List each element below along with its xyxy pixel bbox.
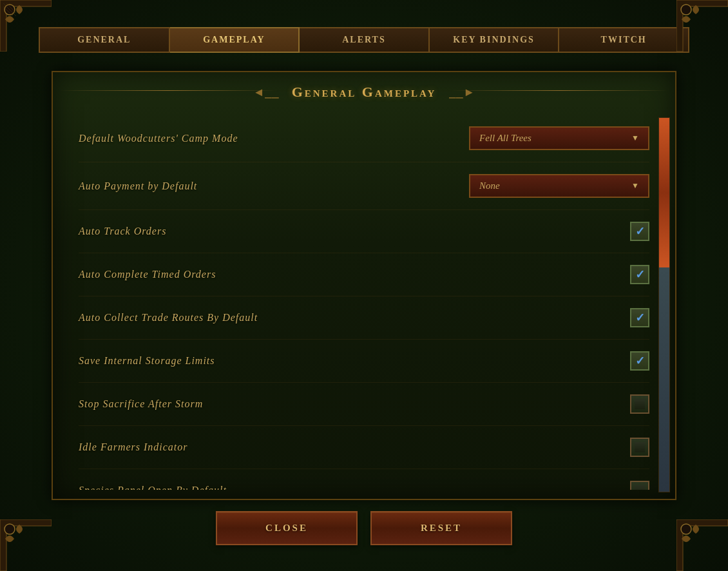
checkbox-auto-track-orders[interactable]: ✓ (630, 222, 649, 241)
corner-decoration-br (676, 519, 728, 571)
panel-content: Default Woodcutters' Camp Mode Fell All … (53, 108, 675, 490)
tab-gameplay[interactable]: Gameplay (170, 27, 300, 53)
checkbox-stop-sacrifice[interactable] (630, 394, 649, 414)
bottom-bar: Close Reset (216, 511, 512, 545)
header-arrow-right: ⎯⎯► (449, 86, 475, 99)
setting-label-stop-sacrifice: Stop Sacrifice After Storm (79, 398, 203, 410)
tab-general[interactable]: General (39, 27, 170, 53)
tab-key-bindings[interactable]: Key Bindings (430, 27, 560, 53)
setting-label-species-panel: Species Panel Open By Default (79, 485, 227, 490)
setting-label-auto-collect-trade: Auto Collect Trade Routes By Default (79, 312, 258, 324)
tab-bar: General Gameplay Alerts Key Bindings Twi… (39, 27, 689, 53)
corner-decoration-bl (0, 519, 52, 571)
dropdown-woodcutters-value: Fell All Trees (479, 133, 625, 144)
checkbox-idle-farmers[interactable] (630, 438, 649, 457)
panel-title: General Gameplay (292, 84, 437, 101)
checkbox-empty-idle-farmers (635, 442, 645, 452)
dropdown-auto-payment[interactable]: None ▼ (469, 174, 649, 198)
svg-point-2 (5, 524, 15, 534)
setting-row-idle-farmers: Idle Farmers Indicator (79, 426, 649, 469)
svg-point-1 (681, 5, 691, 15)
checkbox-empty-species-panel (635, 485, 645, 490)
setting-row-auto-track-orders: Auto Track Orders ✓ (79, 210, 649, 253)
corner-decoration-tl (0, 0, 52, 52)
tab-twitch[interactable]: Twitch (559, 27, 689, 53)
header-arrow-left: ◄⎯⎯ (253, 86, 279, 99)
setting-row-auto-collect-trade: Auto Collect Trade Routes By Default ✓ (79, 296, 649, 340)
checkmark-auto-collect-trade: ✓ (635, 311, 645, 325)
corner-decoration-tr (676, 0, 728, 52)
setting-row-auto-complete-timed: Auto Complete Timed Orders ✓ (79, 253, 649, 296)
checkbox-empty-stop-sacrifice (635, 399, 645, 409)
dropdown-auto-payment-value: None (479, 180, 625, 191)
setting-label-save-storage: Save Internal Storage Limits (79, 355, 215, 367)
dropdown-auto-payment-arrow: ▼ (631, 181, 639, 191)
checkbox-auto-collect-trade[interactable]: ✓ (630, 308, 649, 327)
setting-label-idle-farmers: Idle Farmers Indicator (79, 441, 188, 453)
panel-header: ◄⎯⎯ General Gameplay ⎯⎯► (53, 72, 675, 108)
checkbox-auto-complete-timed[interactable]: ✓ (630, 265, 649, 284)
setting-label-woodcutters-mode: Default Woodcutters' Camp Mode (79, 133, 238, 144)
setting-row-woodcutters-mode: Default Woodcutters' Camp Mode Fell All … (79, 115, 649, 162)
setting-row-auto-payment: Auto Payment by Default None ▼ (79, 162, 649, 210)
svg-point-3 (681, 524, 691, 534)
close-button[interactable]: Close (216, 511, 358, 545)
setting-label-auto-complete-timed: Auto Complete Timed Orders (79, 269, 216, 280)
setting-label-auto-track-orders: Auto Track Orders (79, 226, 166, 237)
main-panel: ◄⎯⎯ General Gameplay ⎯⎯► Default Woodcut… (52, 71, 676, 500)
setting-row-species-panel: Species Panel Open By Default (79, 469, 649, 490)
dropdown-woodcutters-mode[interactable]: Fell All Trees ▼ (469, 126, 649, 150)
dropdown-woodcutters-arrow: ▼ (631, 133, 639, 143)
checkmark-save-storage: ✓ (635, 354, 645, 368)
tab-alerts[interactable]: Alerts (300, 27, 430, 53)
checkbox-save-storage[interactable]: ✓ (630, 351, 649, 371)
checkbox-species-panel[interactable] (630, 481, 649, 490)
checkmark-auto-track-orders: ✓ (635, 224, 645, 238)
setting-row-stop-sacrifice: Stop Sacrifice After Storm (79, 383, 649, 426)
setting-row-save-storage: Save Internal Storage Limits ✓ (79, 340, 649, 383)
checkmark-auto-complete-timed: ✓ (635, 267, 645, 282)
setting-label-auto-payment: Auto Payment by Default (79, 180, 197, 192)
reset-button[interactable]: Reset (370, 511, 512, 545)
